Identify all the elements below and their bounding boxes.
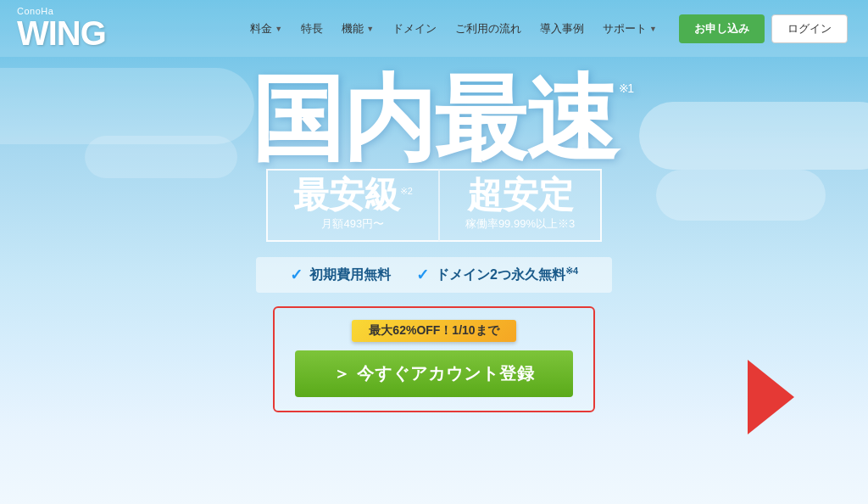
arrow-head <box>748 360 794 434</box>
hero-sub-left: 最安級※2 月額493円〜 <box>266 169 439 242</box>
hero-section: 国内最速※1 最安級※2 月額493円〜 超安定 稼働率99.99%以上※3 ✓… <box>0 57 868 412</box>
nav-links: 料金 ▼ 特長 機能 ▼ ドメイン ご利用の流れ 導入事例 サポート ▼ <box>242 18 665 40</box>
cta-box: 最大62%OFF！1/10まで ＞ 今すぐアカウント登録 <box>273 306 595 412</box>
nav-item-flow[interactable]: ご利用の流れ <box>447 18 530 40</box>
check-icon: ✓ <box>290 266 303 284</box>
sub-desc-right: 稼働率99.99%以上※3 <box>465 216 575 232</box>
feature-label-1: 初期費用無料 <box>309 266 391 284</box>
header-nav: 料金 ▼ 特長 機能 ▼ ドメイン ご利用の流れ 導入事例 サポート ▼ お申し… <box>242 14 848 43</box>
hero-sub-right: 超安定 稼働率99.99%以上※3 <box>439 169 602 242</box>
header: ConoHa WING 料金 ▼ 特長 機能 ▼ ドメイン ご利用の流れ 導入事… <box>0 0 868 57</box>
nav-item-kino[interactable]: 機能 ▼ <box>333 18 382 40</box>
chevron-down-icon: ▼ <box>275 25 282 33</box>
apply-button[interactable]: お申し込み <box>679 14 765 43</box>
sub-title-left: 最安級※2 <box>293 177 413 213</box>
cta-badge: 最大62%OFF！1/10まで <box>352 320 515 342</box>
feature-label-2: ドメイン2つ永久無料※4 <box>436 266 578 284</box>
login-button[interactable]: ログイン <box>771 14 848 43</box>
chevron-down-icon: ▼ <box>366 25 374 33</box>
hero-main-title: 国内最速※1 <box>251 72 617 165</box>
hero-main-note: ※1 <box>619 82 632 94</box>
cta-section: 最大62%OFF！1/10まで ＞ 今すぐアカウント登録 <box>273 306 595 412</box>
logo-wing: WING <box>17 16 106 50</box>
nav-item-support[interactable]: サポート ▼ <box>594 18 665 40</box>
sub-title-right: 超安定 <box>467 177 574 213</box>
nav-item-ryokin[interactable]: 料金 ▼ <box>242 18 291 40</box>
chevron-down-icon: ▼ <box>649 25 657 33</box>
features-bar: ✓ 初期費用無料 ✓ ドメイン2つ永久無料※4 <box>256 257 612 293</box>
nav-item-cases[interactable]: 導入事例 <box>531 18 593 40</box>
feature-item-2: ✓ ドメイン2つ永久無料※4 <box>416 266 578 284</box>
page-wrapper: ConoHa WING 料金 ▼ 特長 機能 ▼ ドメイン ご利用の流れ 導入事… <box>0 0 868 504</box>
cta-register-button[interactable]: ＞ 今すぐアカウント登録 <box>295 350 573 397</box>
check-icon: ✓ <box>416 266 429 284</box>
hero-sub-row: 最安級※2 月額493円〜 超安定 稼働率99.99%以上※3 <box>266 169 602 242</box>
nav-item-domain[interactable]: ドメイン <box>384 18 445 40</box>
sub-desc-left: 月額493円〜 <box>293 216 413 232</box>
nav-item-tokucho[interactable]: 特長 <box>292 18 331 40</box>
feature-item-1: ✓ 初期費用無料 <box>290 266 391 284</box>
logo[interactable]: ConoHa WING <box>17 7 106 50</box>
